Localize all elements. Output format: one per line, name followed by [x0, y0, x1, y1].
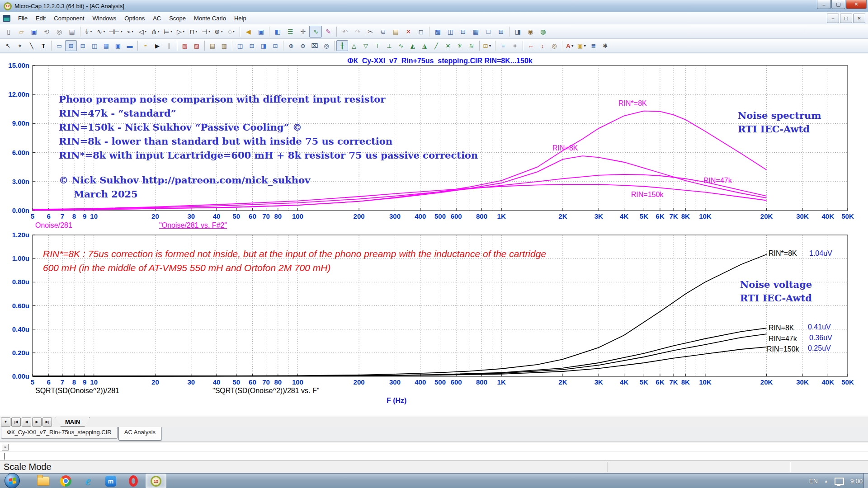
child-minimize-button[interactable]: –: [827, 14, 839, 23]
dropdown-caret-icon[interactable]: ▼: [182, 30, 185, 33]
taskbar-internet-explorer[interactable]: e: [78, 474, 99, 488]
taskbar-opera[interactable]: [123, 474, 144, 488]
zoom-in-button[interactable]: ⊕: [285, 40, 297, 51]
title-block-toggle-button[interactable]: ▬: [124, 40, 136, 51]
low-cursor-button[interactable]: ⊥: [383, 40, 395, 51]
dropdown-caret-icon[interactable]: ▼: [131, 30, 134, 33]
dropdown-caret-icon[interactable]: ▼: [583, 44, 586, 47]
tile-vertical-button[interactable]: ◫: [444, 26, 457, 38]
connector-button[interactable]: ⊣▼: [200, 26, 212, 38]
sine-source-button[interactable]: ∿▼: [95, 26, 108, 38]
tokens-toggle-button[interactable]: ▨: [191, 40, 203, 51]
grid-toggle-button[interactable]: ▦: [100, 40, 112, 51]
dropdown-caret-icon[interactable]: ▼: [170, 30, 173, 33]
tracker-toggle-button[interactable]: ⊡: [269, 40, 281, 51]
run-analysis-button[interactable]: ▶: [151, 40, 163, 51]
current-source-button[interactable]: ◌▼: [225, 26, 238, 38]
command-list-button[interactable]: ☰: [284, 26, 297, 38]
clock[interactable]: 9:00: [850, 478, 863, 485]
voltage-source-button[interactable]: ⊕▼: [212, 26, 225, 38]
menu-file[interactable]: File: [14, 13, 32, 23]
vertical-grids-button[interactable]: ◨: [258, 40, 269, 51]
pulse-source-button[interactable]: ⊓▼: [187, 26, 200, 38]
dropdown-caret-icon[interactable]: ▼: [120, 30, 123, 33]
calculator-button[interactable]: ⊞: [495, 26, 507, 38]
open-file-button[interactable]: ▱: [15, 26, 28, 38]
zoom-area-button[interactable]: ⌧: [309, 40, 321, 51]
next-page-button[interactable]: ▶: [32, 418, 42, 427]
cut-button[interactable]: ✂: [364, 26, 377, 38]
taskbar-maxthon[interactable]: m: [100, 474, 121, 488]
capacitor-button[interactable]: ⊣⊢▼: [108, 26, 124, 38]
taskbar-micro-cap[interactable]: 12: [146, 474, 166, 488]
component-panel-button[interactable]: ◨: [511, 26, 524, 38]
dropdown-caret-icon[interactable]: ▼: [103, 30, 106, 33]
web-update-button[interactable]: ◍: [537, 26, 549, 38]
revert-button[interactable]: ⟲: [40, 26, 53, 38]
search-button[interactable]: ◎: [548, 40, 560, 51]
analysis-plot-area[interactable]: [0, 53, 868, 416]
info-mode-button[interactable]: ◓: [140, 40, 151, 51]
ruler-toggle-button[interactable]: ▤: [207, 40, 218, 51]
go-to-performance-button[interactable]: ≋: [466, 40, 477, 51]
menu-scope[interactable]: Scope: [165, 13, 190, 23]
magnifier-button[interactable]: ◎: [321, 40, 332, 51]
auto-scale-x-button[interactable]: ↔: [525, 40, 537, 51]
split-window-button[interactable]: ▦: [469, 26, 482, 38]
prev-page-button[interactable]: ◀: [22, 418, 31, 427]
go-to-y-button[interactable]: ✳: [454, 40, 466, 51]
pause-analysis-button[interactable]: ∥: [163, 40, 175, 51]
resistor-button[interactable]: ⌁▼: [124, 26, 137, 38]
preferences-button[interactable]: ✛: [297, 26, 309, 38]
dropdown-caret-icon[interactable]: ▼: [571, 44, 574, 47]
dropdown-caret-icon[interactable]: ▼: [208, 30, 211, 33]
slope-cursor-button[interactable]: ╱: [430, 40, 442, 51]
network-icon[interactable]: [835, 478, 844, 485]
dropdown-caret-icon[interactable]: ▼: [488, 44, 491, 47]
text-mode-button[interactable]: T: [38, 40, 49, 51]
border-toggle-button[interactable]: ▣: [112, 40, 124, 51]
baseline-toggle-button[interactable]: ◫: [234, 40, 246, 51]
menu-component[interactable]: Component: [50, 13, 88, 23]
language-indicator[interactable]: EN: [809, 478, 817, 485]
bjt-transistor-button[interactable]: ⋔▼: [149, 26, 162, 38]
start-button[interactable]: [5, 473, 20, 488]
dropdown-caret-icon[interactable]: ▼: [195, 30, 198, 33]
select-region-button[interactable]: ◻: [415, 26, 427, 38]
auto-scale-y-button[interactable]: ↕: [537, 40, 548, 51]
mosfet-button[interactable]: ⊨▼: [162, 26, 175, 38]
file-tab-ac-analysis[interactable]: AC Analysis: [118, 427, 161, 441]
save-file-button[interactable]: ▣: [28, 26, 40, 38]
new-file-button[interactable]: ▯: [2, 26, 15, 38]
close-button[interactable]: ✕: [846, 0, 867, 9]
cascade-windows-button[interactable]: ▩: [431, 26, 444, 38]
go-to-x-button[interactable]: ✕: [442, 40, 454, 51]
valley-cursor-button[interactable]: ▽: [360, 40, 372, 51]
analysis-plot-button[interactable]: ∿: [309, 26, 322, 38]
diode-button[interactable]: ◁▼: [137, 26, 149, 38]
peak-cursor-button[interactable]: △: [348, 40, 360, 51]
paste-button[interactable]: ▤: [389, 26, 402, 38]
select-mode-button[interactable]: ↖: [2, 40, 14, 51]
dropdown-caret-icon[interactable]: ▼: [157, 30, 160, 33]
page-view-button[interactable]: ⊞: [65, 40, 77, 51]
numeric-output-button[interactable]: ⌗: [509, 40, 521, 51]
file-tab-cy-xxi-v7-rin-75us-stepping-cir[interactable]: ФК_Cy-XXI_v7_Rin+75us_stepping.CIR: [1, 427, 118, 439]
plot-properties-button[interactable]: ✎: [322, 26, 335, 38]
window-select-button[interactable]: ▣: [255, 26, 267, 38]
menu-monte-carlo[interactable]: Monte Carlo: [190, 13, 230, 23]
cursor-mode-button[interactable]: ╂: [336, 40, 348, 51]
tile-horizontal-button[interactable]: ⊟: [457, 26, 469, 38]
minimize-button[interactable]: –: [817, 0, 831, 9]
first-page-button[interactable]: |◀: [11, 418, 21, 427]
user-settings-button[interactable]: ◉: [524, 26, 537, 38]
menu-ac[interactable]: AC: [149, 13, 165, 23]
menu-windows[interactable]: Windows: [89, 13, 121, 23]
component-mode-button[interactable]: ⌖: [14, 40, 26, 51]
schematic-view-button[interactable]: ▭: [53, 40, 65, 51]
taskbar-windows-explorer[interactable]: [33, 474, 53, 488]
ground-button[interactable]: ⏚▼: [82, 26, 95, 38]
align-text-button[interactable]: ≡: [497, 40, 509, 51]
global-high-cursor-button[interactable]: ◭: [407, 40, 419, 51]
undo-button[interactable]: ↶: [339, 26, 351, 38]
